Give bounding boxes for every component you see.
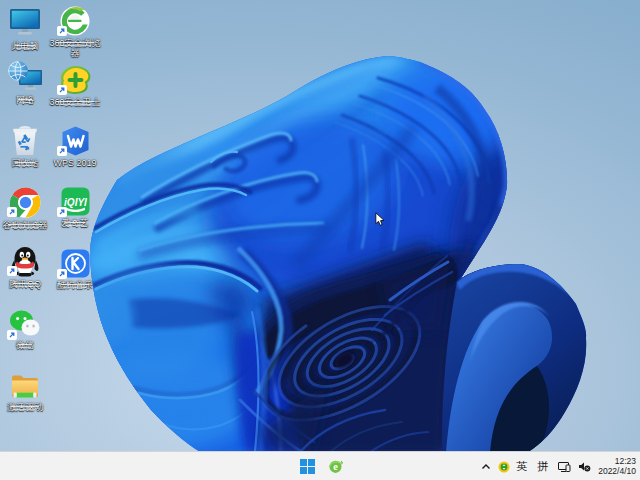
svg-text:iQIYI: iQIYI [64, 197, 87, 208]
svg-text:e: e [333, 461, 338, 472]
